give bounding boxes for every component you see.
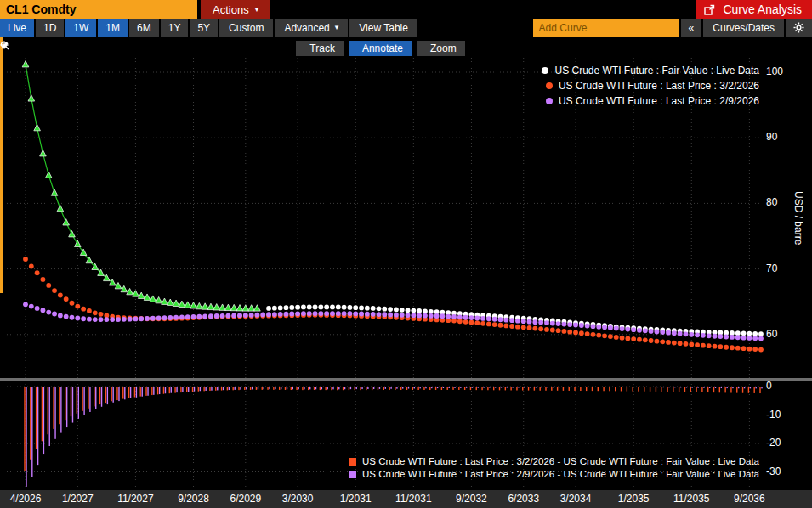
spread-chart-legend: US Crude WTI Future : Last Price : 3/2/2… bbox=[349, 456, 759, 479]
legend-label: US Crude WTI Future : Fair Value : Live … bbox=[554, 65, 759, 76]
track-button[interactable]: Track bbox=[296, 41, 344, 56]
curve-analysis-window: CL1 Comdty Actions ▾ Curve Analysis Live… bbox=[0, 0, 812, 508]
grid bbox=[7, 58, 761, 488]
y-axis-title: USD / barrel bbox=[792, 147, 804, 291]
legend-entry: US Crude WTI Future : Fair Value : Live … bbox=[542, 65, 759, 76]
legend-entry: US Crude WTI Future : Last Price : 3/2/2… bbox=[349, 456, 759, 466]
legend-entry: US Crude WTI Future : Last Price : 2/9/2… bbox=[546, 95, 759, 107]
left-scroll-indicator[interactable] bbox=[0, 37, 3, 293]
actions-menu-button[interactable]: Actions ▾ bbox=[201, 0, 270, 19]
track-label: Track bbox=[309, 42, 335, 54]
range-1w-button[interactable]: 1W bbox=[65, 19, 96, 37]
range-6m-button[interactable]: 6M bbox=[129, 19, 159, 37]
series-triangle-line bbox=[22, 61, 260, 312]
range-1d-button[interactable]: 1D bbox=[36, 19, 64, 37]
curves-dates-button[interactable]: Curves/Dates bbox=[703, 19, 784, 37]
zoom-label: Zoom bbox=[430, 42, 457, 54]
legend-entry: US Crude WTI Future : Last Price : 3/2/2… bbox=[546, 80, 759, 92]
page-title: Curve Analysis bbox=[723, 3, 802, 16]
legend-label: US Crude WTI Future : Last Price : 2/9/2… bbox=[559, 95, 759, 107]
custom-range-button[interactable]: Custom bbox=[219, 19, 273, 37]
chevron-down-icon: ▾ bbox=[335, 24, 339, 31]
curve-chart[interactable]: Track Annotate Zoom US Crude WTI Future … bbox=[0, 37, 812, 508]
collapse-panel-button[interactable]: « bbox=[681, 19, 702, 37]
series-dots bbox=[266, 304, 764, 336]
chart-toolbar: Track Annotate Zoom bbox=[0, 41, 761, 56]
legend-marker bbox=[349, 458, 356, 466]
legend-marker bbox=[546, 98, 553, 104]
add-curve-input[interactable] bbox=[533, 19, 679, 37]
annotate-label: Annotate bbox=[362, 42, 403, 54]
advanced-menu-button[interactable]: Advanced ▾ bbox=[275, 19, 348, 37]
actions-label: Actions bbox=[213, 3, 249, 16]
legend-label: US Crude WTI Future : Last Price : 2/9/2… bbox=[362, 469, 759, 479]
export-icon[interactable] bbox=[704, 4, 715, 15]
legend-entry: US Crude WTI Future : Last Price : 2/9/2… bbox=[349, 469, 759, 479]
annotate-button[interactable]: Annotate bbox=[349, 41, 412, 56]
range-toolbar: Live 1D 1W 1M 6M 1Y 5Y Custom Advanced ▾… bbox=[0, 19, 812, 37]
gear-icon bbox=[793, 22, 804, 33]
legend-label: US Crude WTI Future : Last Price : 3/2/2… bbox=[362, 456, 759, 466]
range-1y-button[interactable]: 1Y bbox=[161, 19, 189, 37]
zoom-button[interactable]: Zoom bbox=[417, 41, 465, 56]
settings-button[interactable] bbox=[786, 19, 812, 37]
chevron-down-icon: ▾ bbox=[255, 6, 259, 14]
legend-label: US Crude WTI Future : Last Price : 3/2/2… bbox=[559, 80, 759, 92]
instrument-ticker[interactable]: CL1 Comdty bbox=[0, 0, 197, 19]
chart-canvas[interactable] bbox=[0, 37, 812, 508]
x-axis-strip bbox=[0, 490, 812, 508]
panel-divider[interactable] bbox=[0, 378, 812, 381]
range-5y-button[interactable]: 5Y bbox=[190, 19, 218, 37]
range-live-button[interactable]: Live bbox=[0, 19, 34, 37]
top-bar: CL1 Comdty Actions ▾ Curve Analysis bbox=[0, 0, 812, 19]
main-chart-legend: US Crude WTI Future : Fair Value : Live … bbox=[542, 65, 759, 107]
title-bar: Curve Analysis bbox=[696, 0, 812, 19]
view-table-button[interactable]: View Table bbox=[349, 19, 417, 37]
range-1m-button[interactable]: 1M bbox=[98, 19, 128, 37]
series-dots bbox=[23, 302, 764, 341]
legend-marker bbox=[349, 471, 356, 478]
legend-marker bbox=[546, 82, 553, 89]
legend-marker bbox=[542, 67, 548, 74]
series-dots bbox=[23, 257, 764, 352]
advanced-label: Advanced bbox=[284, 22, 329, 34]
